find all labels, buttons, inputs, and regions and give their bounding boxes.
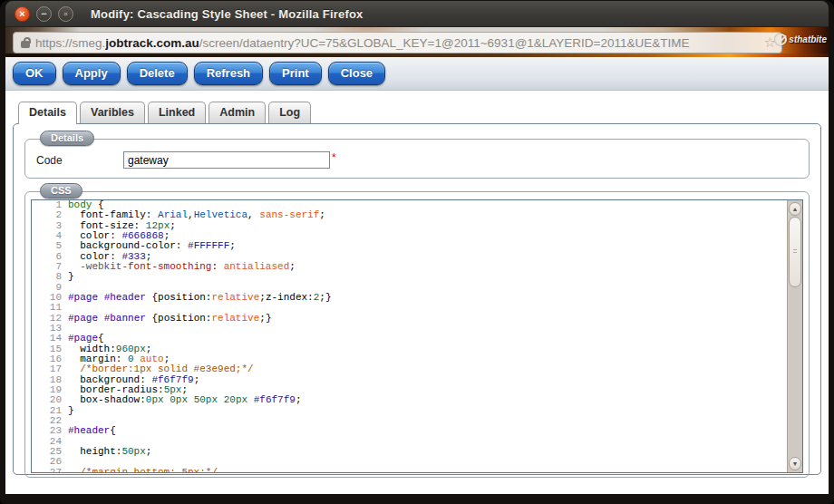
tab-strip: Details Varibles Linked Admin Log — [18, 102, 821, 123]
window-maximize-button[interactable]: ▫ — [58, 6, 73, 22]
prohibition-icon — [775, 34, 787, 45]
code-line[interactable]: 27 /*margin-bottom: 5px;*/ — [32, 468, 787, 472]
code-line[interactable]: 8} — [32, 272, 787, 282]
editor-scrollbar[interactable]: ▲ ▼ — [787, 200, 802, 472]
theme-logo-text: sthatbite — [789, 34, 827, 44]
ok-button[interactable]: OK — [13, 62, 56, 85]
css-code-editor[interactable]: 1body {2 font-family: Arial,Helvetica, s… — [31, 199, 803, 473]
required-marker: * — [332, 151, 336, 164]
code-field-row: Code * — [25, 140, 809, 169]
scrollbar-thumb[interactable] — [789, 217, 801, 287]
css-legend: CSS — [40, 183, 82, 199]
theme-logo: sthatbite — [775, 34, 827, 45]
https-lock-icon — [21, 41, 30, 48]
code-line[interactable]: 23#header{ — [32, 426, 787, 436]
url-host: jobtrack.com.au — [105, 36, 199, 50]
browser-window: × − ▫ Modify: Cascading Style Sheet - Mo… — [0, 0, 834, 504]
code-line[interactable]: 20 box-shadow:0px 0px 50px 20px #f6f7f9; — [32, 395, 787, 405]
url-text[interactable]: https://smeg.jobtrack.com.au/screen/data… — [35, 36, 761, 50]
code-line[interactable]: 12#page #banner {position:relative;} — [32, 314, 787, 324]
code-line[interactable]: 22 — [32, 416, 787, 426]
print-button[interactable]: Print — [269, 62, 322, 85]
scroll-down-icon[interactable]: ▼ — [789, 457, 801, 470]
close-button[interactable]: Close — [328, 62, 385, 85]
tab-varibles[interactable]: Varibles — [80, 102, 145, 123]
tab-admin[interactable]: Admin — [208, 102, 266, 123]
scroll-up-icon[interactable]: ▲ — [789, 202, 801, 216]
delete-button[interactable]: Delete — [127, 62, 188, 85]
bookmark-star-icon[interactable]: ☆ — [764, 34, 776, 51]
details-tab-panel: Details Code * CSS 1body {2 font-family:… — [13, 123, 821, 475]
code-input[interactable] — [123, 151, 330, 169]
css-fieldset: CSS 1body {2 font-family: Arial,Helvetic… — [24, 191, 810, 478]
window-minimize-button[interactable]: − — [36, 6, 52, 22]
window-title: Modify: Cascading Style Sheet - Mozilla … — [91, 7, 364, 21]
apply-button[interactable]: Apply — [63, 62, 121, 85]
title-bar: × − ▫ Modify: Cascading Style Sheet - Mo… — [5, 1, 829, 27]
tab-linked[interactable]: Linked — [148, 102, 206, 123]
code-line[interactable]: 13 — [32, 324, 787, 334]
tab-details[interactable]: Details — [18, 102, 77, 124]
navigation-toolbar: https://smeg.jobtrack.com.au/screen/data… — [5, 27, 829, 57]
url-scheme: https://smeg. — [35, 36, 105, 50]
details-legend: Details — [40, 131, 94, 146]
code-line[interactable]: 25 height:50px; — [32, 447, 787, 457]
command-toolbar: OK Apply Delete Refresh Print Close — [5, 57, 829, 91]
code-field-label: Code — [36, 154, 123, 167]
window-close-button[interactable]: × — [15, 6, 30, 22]
url-bar[interactable]: https://smeg.jobtrack.com.au/screen/data… — [13, 32, 782, 53]
page-content: Details Varibles Linked Admin Log Detail… — [5, 91, 829, 494]
url-path: /screen/dataentry?UC=75&GLOBAL_KEY=1@201… — [199, 36, 690, 50]
details-fieldset: Details Code * — [24, 139, 810, 179]
code-line[interactable]: 7 -webkit-font-smoothing: antialiased; — [32, 262, 787, 272]
code-line[interactable]: 10#page #header {position:relative;z-ind… — [32, 293, 787, 303]
code-line[interactable]: 21} — [32, 406, 787, 416]
code-lines[interactable]: 1body {2 font-family: Arial,Helvetica, s… — [32, 200, 787, 472]
refresh-button[interactable]: Refresh — [194, 62, 263, 85]
tab-log[interactable]: Log — [268, 102, 311, 123]
